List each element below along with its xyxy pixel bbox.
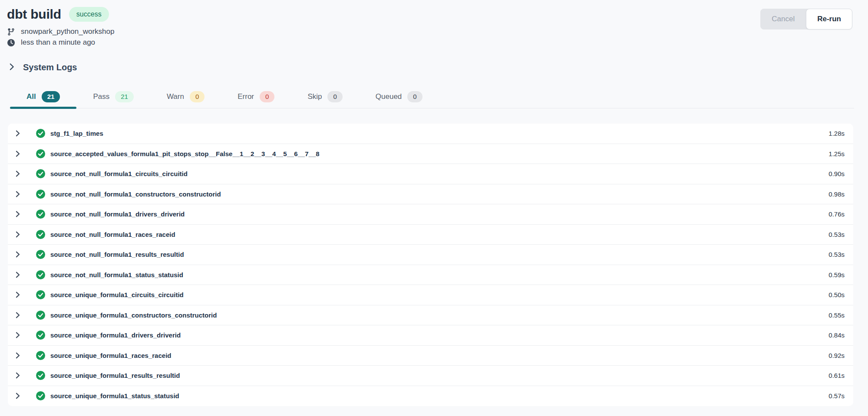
- result-row[interactable]: source_not_null_formula1_status_statusid…: [8, 265, 853, 285]
- time-ago: less than a minute ago: [21, 38, 95, 47]
- expand-chevron-icon[interactable]: [14, 130, 21, 137]
- tab-count-badge: 0: [407, 91, 422, 102]
- success-check-icon: [36, 311, 45, 320]
- result-duration: 0.53s: [828, 251, 845, 258]
- tab-label: Warn: [167, 92, 184, 101]
- result-row[interactable]: source_not_null_formula1_constructors_co…: [8, 184, 853, 205]
- expand-chevron-icon[interactable]: [14, 271, 21, 278]
- system-logs-toggle[interactable]: System Logs: [8, 62, 77, 72]
- result-duration: 0.50s: [828, 291, 845, 298]
- expand-chevron-icon[interactable]: [14, 210, 21, 218]
- chevron-right-icon: [8, 63, 16, 72]
- result-row[interactable]: source_accepted_values_formula1_pit_stop…: [8, 144, 853, 164]
- clock-icon: [7, 39, 15, 47]
- expand-chevron-icon[interactable]: [14, 170, 21, 177]
- branch-row: snowpark_python_workshop: [7, 27, 852, 36]
- result-duration: 0.61s: [828, 372, 845, 379]
- tab-count-badge: 0: [190, 91, 205, 102]
- tab-error[interactable]: Error 0: [221, 85, 291, 108]
- result-name: source_unique_formula1_circuits_circuiti…: [50, 291, 184, 298]
- success-check-icon: [36, 169, 45, 178]
- tab-label: Skip: [307, 92, 322, 101]
- result-duration: 0.57s: [828, 392, 845, 400]
- expand-chevron-icon[interactable]: [14, 331, 21, 339]
- result-duration: 0.92s: [828, 352, 845, 359]
- success-check-icon: [36, 230, 45, 239]
- success-check-icon: [36, 391, 45, 400]
- result-name: source_unique_formula1_races_raceid: [50, 352, 171, 359]
- result-row[interactable]: source_unique_formula1_status_statusid 0…: [8, 386, 853, 406]
- result-name: source_unique_formula1_drivers_driverid: [50, 331, 181, 339]
- result-row[interactable]: source_unique_formula1_circuits_circuiti…: [8, 285, 853, 305]
- result-name: source_unique_formula1_constructors_cons…: [50, 311, 217, 319]
- time-row: less than a minute ago: [7, 38, 852, 47]
- success-check-icon: [36, 250, 45, 259]
- run-detail-page: dbt build success Cancel Re-run snowpark…: [0, 0, 868, 416]
- expand-chevron-icon[interactable]: [14, 392, 21, 400]
- tab-queued[interactable]: Queued 0: [359, 85, 439, 108]
- result-row[interactable]: source_not_null_formula1_results_resulti…: [8, 245, 853, 265]
- expand-chevron-icon[interactable]: [14, 150, 21, 157]
- result-duration: 0.76s: [828, 210, 845, 218]
- result-duration: 0.53s: [828, 231, 845, 238]
- result-name: stg_f1_lap_times: [50, 130, 103, 137]
- result-duration: 0.98s: [828, 190, 845, 198]
- tab-label: Error: [238, 92, 254, 101]
- result-duration: 0.84s: [828, 331, 845, 339]
- result-filter-tabs: All 21 Pass 21 Warn 0 Error 0 Skip 0: [10, 85, 854, 108]
- result-row[interactable]: source_not_null_formula1_drivers_driveri…: [8, 204, 853, 225]
- expand-chevron-icon[interactable]: [14, 231, 21, 238]
- tab-label: Queued: [376, 92, 402, 101]
- tab-all[interactable]: All 21: [10, 85, 76, 108]
- result-name: source_not_null_formula1_results_resulti…: [50, 251, 184, 258]
- result-name: source_not_null_formula1_status_statusid: [50, 271, 183, 278]
- result-row[interactable]: source_not_null_formula1_circuits_circui…: [8, 164, 853, 184]
- expand-chevron-icon[interactable]: [14, 372, 21, 379]
- run-header: dbt build success Cancel Re-run snowpark…: [0, 0, 868, 47]
- result-row[interactable]: source_unique_formula1_races_raceid 0.92…: [8, 346, 853, 366]
- result-row[interactable]: source_unique_formula1_results_resultid …: [8, 366, 853, 386]
- status-badge: success: [69, 7, 109, 21]
- success-check-icon: [36, 210, 45, 219]
- branch-name: snowpark_python_workshop: [21, 27, 114, 36]
- tab-count-badge: 21: [115, 91, 134, 102]
- success-check-icon: [36, 270, 45, 279]
- result-name: source_not_null_formula1_circuits_circui…: [50, 170, 188, 177]
- result-duration: 0.55s: [828, 311, 845, 319]
- expand-chevron-icon[interactable]: [14, 311, 21, 319]
- result-duration: 0.59s: [828, 271, 845, 278]
- expand-chevron-icon[interactable]: [14, 352, 21, 359]
- result-name: source_unique_formula1_results_resultid: [50, 372, 180, 379]
- cancel-button[interactable]: Cancel: [760, 9, 809, 29]
- success-check-icon: [36, 371, 45, 380]
- result-row[interactable]: stg_f1_lap_times 1.28s: [8, 124, 853, 144]
- expand-chevron-icon[interactable]: [14, 190, 21, 198]
- success-check-icon: [36, 351, 45, 360]
- result-duration: 1.28s: [828, 130, 845, 137]
- results-list: stg_f1_lap_times 1.28s source_accepted_v…: [8, 124, 853, 406]
- tab-count-badge: 21: [42, 91, 60, 102]
- success-check-icon: [36, 129, 45, 138]
- result-name: source_accepted_values_formula1_pit_stop…: [50, 150, 320, 157]
- result-name: source_unique_formula1_status_statusid: [50, 392, 179, 400]
- result-name: source_not_null_formula1_drivers_driveri…: [50, 210, 185, 218]
- result-duration: 0.90s: [828, 170, 845, 177]
- result-name: source_not_null_formula1_races_raceid: [50, 231, 175, 238]
- rerun-button[interactable]: Re-run: [806, 9, 852, 29]
- tab-count-badge: 0: [327, 91, 342, 102]
- tab-pass[interactable]: Pass 21: [76, 85, 150, 108]
- success-check-icon: [36, 331, 45, 340]
- result-row[interactable]: source_not_null_formula1_races_raceid 0.…: [8, 225, 853, 245]
- tab-count-badge: 0: [260, 91, 274, 102]
- success-check-icon: [36, 149, 45, 158]
- success-check-icon: [36, 190, 45, 199]
- tab-skip[interactable]: Skip 0: [291, 85, 359, 108]
- expand-chevron-icon[interactable]: [14, 251, 21, 258]
- tab-label: Pass: [93, 92, 109, 101]
- tab-warn[interactable]: Warn 0: [150, 85, 221, 108]
- expand-chevron-icon[interactable]: [14, 291, 21, 298]
- result-row[interactable]: source_unique_formula1_drivers_driverid …: [8, 325, 853, 346]
- run-actions: Cancel Re-run: [760, 9, 852, 29]
- result-row[interactable]: source_unique_formula1_constructors_cons…: [8, 305, 853, 326]
- page-title: dbt build: [7, 7, 61, 22]
